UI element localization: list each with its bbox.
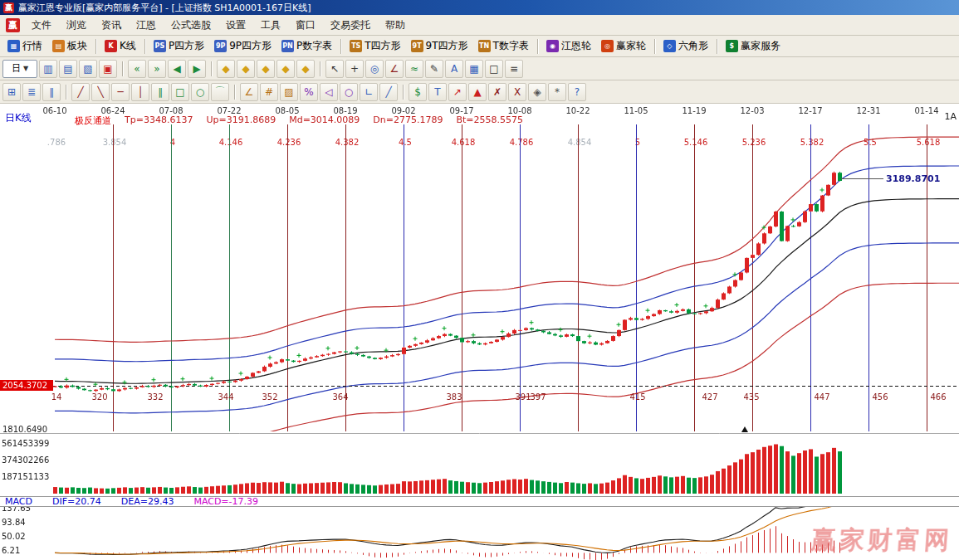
trend-line-icon[interactable]: ╱ xyxy=(71,83,90,101)
menu-item-gann[interactable]: 江恩 xyxy=(129,16,164,35)
flag-marker-icon[interactable]: ▣ xyxy=(99,60,117,78)
gann-square-2-icon[interactable]: ◆ xyxy=(237,60,255,78)
cycle-line-icon[interactable]: ○ xyxy=(340,83,358,101)
main-chart-canvas[interactable] xyxy=(0,104,959,560)
menu-item-trade-order[interactable]: 交易委托 xyxy=(323,16,378,35)
menu-logo-icon: 赢 xyxy=(6,18,20,32)
menu-item-browse[interactable]: 浏览 xyxy=(59,16,94,35)
9t-square-icon: 9T xyxy=(411,40,423,52)
gann-square-3-icon[interactable]: ◆ xyxy=(257,60,275,78)
hexagon-button[interactable]: ◇六角形 xyxy=(658,37,713,56)
help-icon[interactable]: ? xyxy=(568,83,586,101)
pointer-tool-icon[interactable]: ↖ xyxy=(325,60,344,78)
menu-item-tools[interactable]: 工具 xyxy=(253,16,288,35)
lock-objects-icon[interactable]: ◈ xyxy=(528,83,546,101)
period-day-selector[interactable]: 日▼ xyxy=(2,60,37,78)
pane-label: 日K线 xyxy=(5,111,32,125)
grid-view-icon[interactable]: ▦ xyxy=(465,60,483,78)
parallel-channel-icon[interactable]: ∥ xyxy=(151,83,169,101)
text-note-icon[interactable]: T xyxy=(428,83,447,101)
delete-object-icon[interactable]: ✗ xyxy=(488,83,506,101)
toolbar-button-label: 赢家服务 xyxy=(741,39,780,53)
p-number-table-button[interactable]: PNP数字表 xyxy=(276,37,337,56)
prev-page-icon[interactable]: ◀ xyxy=(168,60,186,78)
toolbar-separator xyxy=(66,85,66,100)
p-square-icon: PS xyxy=(154,40,166,52)
t-number-table-button[interactable]: TNT数字表 xyxy=(473,37,534,56)
t-square-button[interactable]: TST四方形 xyxy=(345,37,405,56)
arc-tool-icon[interactable]: ⌒ xyxy=(211,83,229,101)
9t-square-button[interactable]: 9T9T四方形 xyxy=(406,37,473,56)
toolbar-separator xyxy=(537,39,538,54)
macd-pane-label[interactable]: MACD xyxy=(5,497,32,506)
hline-icon[interactable]: ─ xyxy=(111,83,130,101)
macd-dea-value: DEA=29.43 xyxy=(121,497,174,506)
last-page-icon[interactable]: » xyxy=(148,60,166,78)
pencil-tool-icon[interactable]: ✎ xyxy=(425,60,443,78)
vline-icon[interactable]: │ xyxy=(131,83,149,101)
kline-view-icon[interactable]: ▥ xyxy=(39,60,57,78)
menu-item-file[interactable]: 文件 xyxy=(24,16,59,35)
gann-grid-icon[interactable]: # xyxy=(260,83,278,101)
quotes-button[interactable]: ▦行情 xyxy=(2,37,47,56)
circle-tool-icon[interactable]: ○ xyxy=(191,83,209,101)
menu-item-window[interactable]: 窗口 xyxy=(288,16,323,35)
segment-line-icon[interactable]: ╲ xyxy=(91,83,110,101)
winner-wheel-button[interactable]: ◎赢家轮 xyxy=(596,37,651,56)
fib-retrace-icon[interactable]: % xyxy=(300,83,318,101)
wave-tool-icon[interactable]: ≈ xyxy=(405,60,423,78)
titlebar: 赢 赢家江恩专业版[赢家内部服务平台] - [上证指数 SH1A0001-167… xyxy=(0,0,959,15)
toolbar-button-label: 9P四方形 xyxy=(229,39,272,53)
gann-square-1-icon[interactable]: ◆ xyxy=(217,60,235,78)
toolbar-button-label: 江恩轮 xyxy=(561,39,591,53)
magnify-tool-icon[interactable]: ◎ xyxy=(365,60,384,78)
fib-fan-icon[interactable]: ◁ xyxy=(320,83,338,101)
first-page-icon[interactable]: « xyxy=(128,60,146,78)
angle-tool-icon[interactable]: ∠ xyxy=(385,60,404,78)
9p-square-icon: 9P xyxy=(214,40,227,52)
menu-item-news[interactable]: 资讯 xyxy=(94,16,129,35)
info-view-icon[interactable]: ▧ xyxy=(79,60,97,78)
clear-all-icon[interactable]: X xyxy=(508,83,526,101)
arrow-mark-icon[interactable]: ↗ xyxy=(448,83,467,101)
layout-cols-icon[interactable]: ∥ xyxy=(42,83,61,101)
toolbar-separator xyxy=(340,39,341,54)
rectangle-tool-icon[interactable]: □ xyxy=(171,83,189,101)
flag-mark-icon[interactable]: ▲ xyxy=(468,83,487,101)
toolbar-button-label: 行情 xyxy=(22,39,42,53)
capture-icon[interactable]: □ xyxy=(485,60,503,78)
macd-dif-value: DIF=20.74 xyxy=(52,497,101,506)
toolbar-button-label: 赢家轮 xyxy=(616,39,646,53)
gann-square-4-icon[interactable]: ◆ xyxy=(276,60,295,78)
price-label-icon[interactable]: $ xyxy=(409,83,427,101)
9p-square-button[interactable]: 9P9P四方形 xyxy=(209,37,276,56)
menu-item-help[interactable]: 帮助 xyxy=(378,16,413,35)
kline-icon: K xyxy=(105,40,117,52)
menu-item-formula-stock-pick[interactable]: 公式选股 xyxy=(164,16,218,35)
board-view-icon[interactable]: ▤ xyxy=(59,60,77,78)
winner-service-button[interactable]: $赢家服务 xyxy=(721,37,785,56)
menu-item-settings[interactable]: 设置 xyxy=(218,16,253,35)
print-icon[interactable]: ≡ xyxy=(505,60,523,78)
toolbar-button-label: P数字表 xyxy=(296,39,332,53)
gann-square-5-icon[interactable]: ◆ xyxy=(296,60,315,78)
gann-fan-icon[interactable]: ∠ xyxy=(240,83,258,101)
toolbar-button-label: P四方形 xyxy=(169,39,204,53)
toolbar-separator xyxy=(211,61,212,76)
layout-grid-icon[interactable]: ⊞ xyxy=(2,83,21,101)
speed-line-icon[interactable]: ∟ xyxy=(360,83,378,101)
text-tool-icon[interactable]: A xyxy=(445,60,463,78)
toolbar-button-label: T数字表 xyxy=(493,39,529,53)
crosshair-tool-icon[interactable]: + xyxy=(345,60,364,78)
p-square-button[interactable]: PSP四方形 xyxy=(149,37,209,56)
chart-area: 日K线 极反通道 Tp=3348.6137 Up=3191.8689 Md=30… xyxy=(0,104,959,560)
settings-icon[interactable]: * xyxy=(548,83,566,101)
regression-icon[interactable]: ╱ xyxy=(379,83,398,101)
sectors-button[interactable]: ▤板块 xyxy=(47,37,92,56)
app-logo-icon: 赢 xyxy=(3,2,14,13)
kline-button[interactable]: KK线 xyxy=(100,37,141,56)
gann-box-icon[interactable]: ▨ xyxy=(280,83,298,101)
next-page-icon[interactable]: ▶ xyxy=(188,60,206,78)
gann-wheel-button[interactable]: ◉江恩轮 xyxy=(541,37,596,56)
layout-rows-icon[interactable]: ≣ xyxy=(22,83,41,101)
